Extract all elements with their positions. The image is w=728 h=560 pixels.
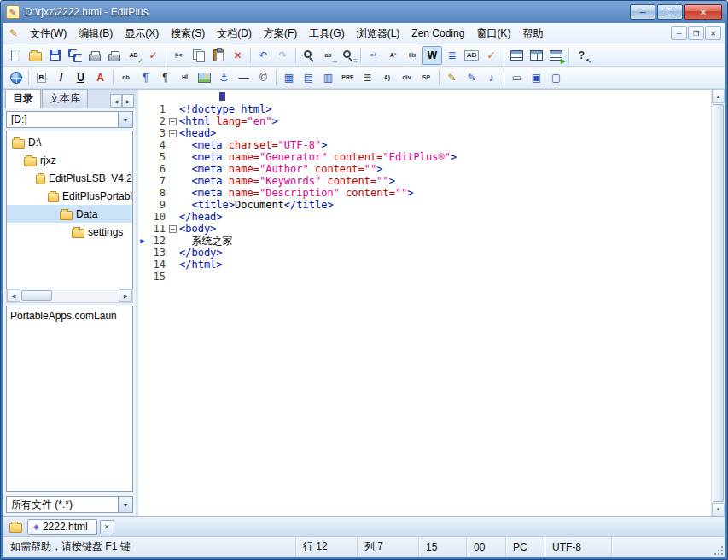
title-bar[interactable]: ✎ D:\rjxz\2222.html - EditPlus ─ ❐ ✕ xyxy=(3,1,725,23)
media-button[interactable]: ♪ xyxy=(481,68,501,87)
special-char-button[interactable]: © xyxy=(253,68,273,87)
copy-button[interactable] xyxy=(189,46,208,65)
scroll-up-icon[interactable]: ▲ xyxy=(712,90,725,103)
code-line[interactable]: 7 <meta name="Keywords" content=""> xyxy=(138,175,711,187)
resize-grip-icon[interactable] xyxy=(721,553,723,555)
browser-preview-button[interactable] xyxy=(6,68,26,87)
heading-button[interactable]: HĪ xyxy=(175,68,195,87)
delete-button[interactable]: ✕ xyxy=(228,46,248,65)
sidebar-tab-cliptext[interactable]: 文本库 xyxy=(42,89,88,108)
mdi-restore-button[interactable]: ❐ xyxy=(688,26,704,40)
bold-button[interactable]: B xyxy=(32,68,51,87)
table-cell-button[interactable]: ▥ xyxy=(318,68,338,87)
tree-horizontal-scrollbar[interactable]: ◀ ▶ xyxy=(6,289,133,303)
paste-button[interactable] xyxy=(208,46,228,65)
document-close-button[interactable]: ✕ xyxy=(100,520,114,534)
redo-button[interactable]: ↷ xyxy=(273,46,293,65)
cliptext-button[interactable]: AB xyxy=(462,46,481,65)
syntax-check-button[interactable]: ✓ xyxy=(481,46,501,65)
code-line[interactable]: 10</head> xyxy=(138,211,711,223)
fold-column[interactable]: − xyxy=(166,223,179,235)
code-line[interactable]: 9 <title>Document</title> xyxy=(138,199,711,211)
maximize-button[interactable]: ❐ xyxy=(657,4,683,20)
anchor-button[interactable]: ⚓ xyxy=(214,68,234,87)
div-button[interactable]: div xyxy=(397,68,416,87)
code-line[interactable]: 3−<head> xyxy=(138,127,711,139)
menu-help[interactable]: 帮助 xyxy=(516,24,549,44)
tree-item-editpluslsb[interactable]: EditPlusLSB_V4.2 xyxy=(7,169,132,187)
menu-project[interactable]: 方案(F) xyxy=(258,24,303,44)
br-tag-button[interactable]: ¶ xyxy=(155,68,175,87)
code-line[interactable]: 4 <meta charset="UTF-8"> xyxy=(138,139,711,151)
mdi-minimize-button[interactable]: ─ xyxy=(671,26,687,40)
form-button[interactable]: ▭ xyxy=(507,68,527,87)
minimize-button[interactable]: ─ xyxy=(630,4,655,20)
scrollbar-track[interactable] xyxy=(52,289,119,302)
code-line[interactable]: 1<!doctype html> xyxy=(138,103,711,115)
form-elements-button[interactable]: ▣ xyxy=(527,68,546,87)
font-color-button[interactable]: A xyxy=(90,68,110,87)
context-help-button[interactable]: ?↖ xyxy=(572,46,591,65)
print-preview-button[interactable] xyxy=(84,46,104,65)
tree-item-data[interactable]: Data xyxy=(7,205,132,223)
fold-collapse-icon[interactable]: − xyxy=(169,130,177,137)
file-item-portableapps[interactable]: PortableApps.comLaun xyxy=(7,308,132,324)
menu-file[interactable]: 文件(W) xyxy=(24,24,73,44)
fold-collapse-icon[interactable]: − xyxy=(169,225,177,233)
span-button[interactable]: SP xyxy=(416,68,436,87)
find-in-files-button[interactable]: ≡ xyxy=(338,46,358,65)
code-line[interactable]: 13</body> xyxy=(138,247,711,259)
chevron-down-icon[interactable]: ▼ xyxy=(118,112,132,127)
toggle-bookmark-button[interactable]: ≡+ xyxy=(364,46,383,65)
editor[interactable]: ---------1---------2---------3---------4… xyxy=(138,90,711,516)
undo-button[interactable]: ↶ xyxy=(253,46,273,65)
code-line[interactable]: ▶12 系统之家 xyxy=(138,235,711,247)
line-numbers-button[interactable]: ≣ xyxy=(442,46,462,65)
table-row-button[interactable]: ▤ xyxy=(299,68,318,87)
drive-select[interactable]: [D:] ▼ xyxy=(6,111,133,128)
scroll-right-icon[interactable]: ▶ xyxy=(119,289,132,302)
cut-button[interactable]: ✂ xyxy=(169,46,189,65)
save-button[interactable] xyxy=(45,46,65,65)
mdi-close-button[interactable]: ✕ xyxy=(705,26,721,40)
view-in-browser-button[interactable]: ▶ xyxy=(546,46,566,65)
auto-correct-button[interactable]: ✓ xyxy=(143,46,163,65)
layer-button[interactable]: ▢ xyxy=(546,68,566,87)
fold-collapse-icon[interactable]: − xyxy=(169,118,177,125)
code-area[interactable]: 1<!doctype html>2−<html lang="en">3−<hea… xyxy=(138,103,711,516)
underline-button[interactable]: U xyxy=(71,68,90,87)
italic-button[interactable]: I xyxy=(51,68,71,87)
code-line[interactable]: 2−<html lang="en"> xyxy=(138,115,711,127)
tree-item-editplusportable[interactable]: EditPlusPortabl xyxy=(7,187,132,205)
file-filter-select[interactable]: 所有文件 (*.*) ▼ xyxy=(6,496,133,513)
css-button[interactable]: ✎ xyxy=(462,68,481,87)
close-button[interactable]: ✕ xyxy=(684,4,722,20)
tree-item-settings[interactable]: settings xyxy=(7,223,132,241)
ordered-list-button[interactable]: A) xyxy=(377,68,397,87)
nbsp-button[interactable]: nb xyxy=(116,68,136,87)
sidebar-scroll-right-icon[interactable]: ▶ xyxy=(122,94,134,108)
menu-browser[interactable]: 浏览器(L) xyxy=(351,24,406,44)
menu-edit[interactable]: 编辑(B) xyxy=(73,24,119,44)
replace-button[interactable]: ab↔ xyxy=(318,46,338,65)
save-all-button[interactable] xyxy=(65,46,84,65)
code-line[interactable]: 5 <meta name="Generator" content="EditPl… xyxy=(138,151,711,163)
hr-button[interactable]: — xyxy=(234,68,253,87)
document-list-button[interactable] xyxy=(6,519,25,535)
scroll-left-icon[interactable]: ◀ xyxy=(7,289,20,302)
fold-column[interactable]: − xyxy=(166,127,179,139)
menu-search[interactable]: 搜索(S) xyxy=(165,24,211,44)
print-button[interactable] xyxy=(104,46,124,65)
new-file-button[interactable] xyxy=(6,46,26,65)
sidebar-tab-directory[interactable]: 目录 xyxy=(5,89,41,108)
scroll-down-icon[interactable]: ▼ xyxy=(712,503,725,516)
tree-item-rjxz[interactable]: rjxz xyxy=(7,151,132,169)
split-horizontal-button[interactable] xyxy=(507,46,527,65)
word-wrap-button[interactable]: W xyxy=(422,46,442,65)
menu-window[interactable]: 窗口(K) xyxy=(470,24,516,44)
code-line[interactable]: 14</html> xyxy=(138,259,711,271)
code-line[interactable]: 15 xyxy=(138,271,711,283)
sort-button[interactable]: A³ xyxy=(383,46,403,65)
document-tab-2222[interactable]: ◈ 2222.html xyxy=(27,519,97,535)
find-button[interactable] xyxy=(299,46,318,65)
